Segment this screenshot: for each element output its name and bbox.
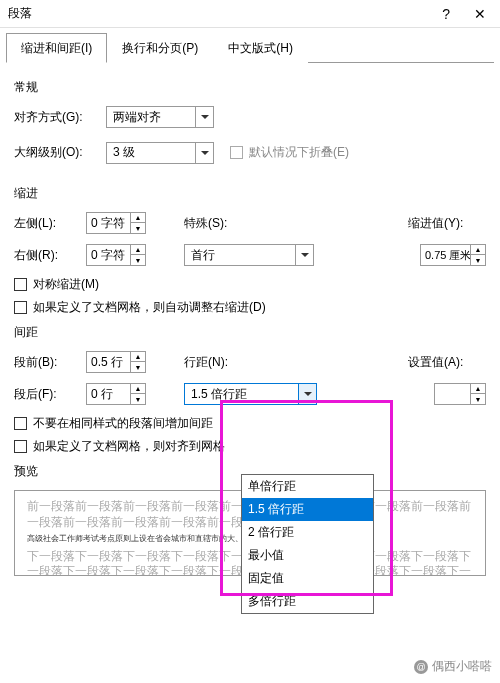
spin-up-icon[interactable]: ▲ xyxy=(471,245,485,255)
dropdown-option[interactable]: 最小值 xyxy=(242,544,373,567)
chevron-down-icon[interactable] xyxy=(195,107,213,127)
outline-combo[interactable]: 3 级 xyxy=(106,142,214,164)
dialog-title: 段落 xyxy=(8,5,32,22)
tab-line-page-breaks[interactable]: 换行和分页(P) xyxy=(107,33,213,63)
chevron-down-icon[interactable] xyxy=(195,143,213,163)
chevron-down-icon[interactable] xyxy=(295,245,313,265)
spin-up-icon[interactable]: ▲ xyxy=(131,245,145,255)
indent-by-spinner[interactable]: 0.75 厘米 ▲▼ xyxy=(420,244,486,266)
close-button[interactable]: ✕ xyxy=(468,4,492,24)
right-indent-spinner[interactable]: 0 字符 ▲▼ xyxy=(86,244,146,266)
left-indent-label: 左侧(L): xyxy=(14,215,78,232)
line-spacing-label: 行距(N): xyxy=(184,354,264,371)
nosame-label: 不要在相同样式的段落间增加间距 xyxy=(33,415,213,432)
right-indent-label: 右侧(R): xyxy=(14,247,78,264)
watermark: @偶西小嗒嗒 xyxy=(414,658,492,675)
spin-up-icon[interactable]: ▲ xyxy=(131,384,145,394)
grid-indent-checkbox[interactable] xyxy=(14,301,27,314)
mirror-indent-label: 对称缩进(M) xyxy=(33,276,99,293)
alignment-label: 对齐方式(G): xyxy=(14,109,98,126)
spin-down-icon[interactable]: ▼ xyxy=(471,394,485,404)
spin-down-icon[interactable]: ▼ xyxy=(131,394,145,404)
space-after-spinner[interactable]: 0 行 ▲▼ xyxy=(86,383,146,405)
alignment-combo[interactable]: 两端对齐 xyxy=(106,106,214,128)
at-label: 设置值(A): xyxy=(408,354,486,371)
spin-down-icon[interactable]: ▼ xyxy=(131,223,145,233)
special-combo[interactable]: 首行 xyxy=(184,244,314,266)
indent-by-label: 缩进值(Y): xyxy=(408,215,486,232)
tab-chinese-typography[interactable]: 中文版式(H) xyxy=(213,33,308,63)
chevron-down-icon[interactable] xyxy=(298,384,316,404)
collapsed-label: 默认情况下折叠(E) xyxy=(249,144,349,161)
special-label: 特殊(S): xyxy=(184,215,264,232)
section-indent: 缩进 xyxy=(14,185,486,202)
spin-down-icon[interactable]: ▼ xyxy=(471,255,485,265)
dropdown-option[interactable]: 2 倍行距 xyxy=(242,521,373,544)
space-before-label: 段前(B): xyxy=(14,354,78,371)
section-spacing: 间距 xyxy=(14,324,486,341)
outline-label: 大纲级别(O): xyxy=(14,144,98,161)
grid-spacing-label: 如果定义了文档网格，则对齐到网格 xyxy=(33,438,225,455)
dropdown-option[interactable]: 单倍行距 xyxy=(242,475,373,498)
spin-down-icon[interactable]: ▼ xyxy=(131,362,145,372)
line-spacing-dropdown[interactable]: 单倍行距1.5 倍行距2 倍行距最小值固定值多倍行距 xyxy=(241,474,374,614)
mirror-indent-checkbox[interactable] xyxy=(14,278,27,291)
left-indent-spinner[interactable]: 0 字符 ▲▼ xyxy=(86,212,146,234)
spin-up-icon[interactable]: ▲ xyxy=(131,352,145,362)
tab-indent-spacing[interactable]: 缩进和间距(I) xyxy=(6,33,107,63)
dropdown-option[interactable]: 固定值 xyxy=(242,567,373,590)
grid-indent-label: 如果定义了文档网格，则自动调整右缩进(D) xyxy=(33,299,266,316)
spin-down-icon[interactable]: ▼ xyxy=(131,255,145,265)
section-general: 常规 xyxy=(14,79,486,96)
collapsed-checkbox[interactable] xyxy=(230,146,243,159)
help-button[interactable]: ? xyxy=(436,4,456,24)
spin-up-icon[interactable]: ▲ xyxy=(471,384,485,394)
at-spinner[interactable]: ▲▼ xyxy=(434,383,486,405)
nosame-checkbox[interactable] xyxy=(14,417,27,430)
dropdown-option[interactable]: 多倍行距 xyxy=(242,590,373,613)
grid-spacing-checkbox[interactable] xyxy=(14,440,27,453)
dropdown-option[interactable]: 1.5 倍行距 xyxy=(242,498,373,521)
space-before-spinner[interactable]: 0.5 行 ▲▼ xyxy=(86,351,146,373)
line-spacing-combo[interactable]: 1.5 倍行距 xyxy=(184,383,317,405)
spin-up-icon[interactable]: ▲ xyxy=(131,213,145,223)
space-after-label: 段后(F): xyxy=(14,386,78,403)
